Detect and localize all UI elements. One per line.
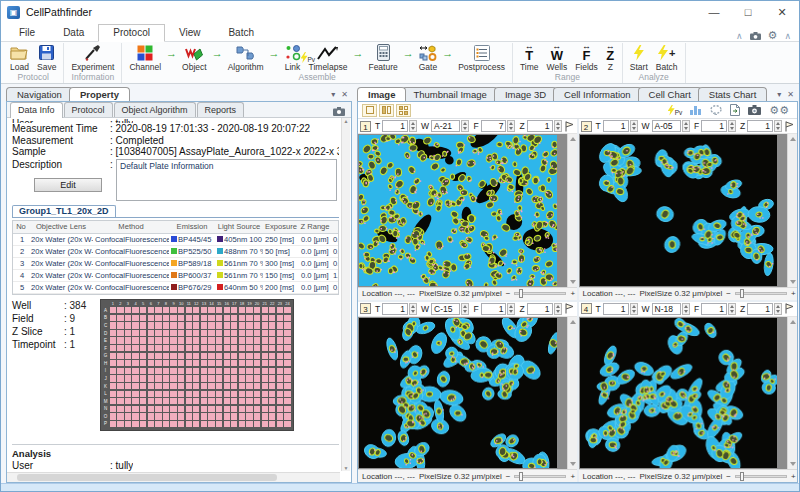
zoom-slider[interactable]	[514, 292, 566, 295]
well[interactable]	[246, 383, 252, 389]
well[interactable]	[155, 368, 161, 374]
well[interactable]	[155, 307, 161, 313]
well[interactable]	[201, 406, 207, 412]
zoom-in-button[interactable]: +	[570, 472, 575, 481]
well[interactable]	[201, 337, 207, 343]
tab-reports[interactable]: Reports	[197, 102, 245, 117]
well[interactable]	[262, 368, 268, 374]
well[interactable]	[284, 391, 290, 397]
column-header[interactable]: Method	[93, 222, 169, 231]
well[interactable]	[125, 413, 131, 419]
well[interactable]	[170, 406, 176, 412]
well[interactable]	[178, 330, 184, 336]
well[interactable]	[132, 368, 138, 374]
well[interactable]	[262, 307, 268, 313]
well[interactable]	[262, 353, 268, 359]
zoom-slider[interactable]	[735, 475, 787, 478]
image-viewport-4[interactable]	[579, 317, 798, 470]
well[interactable]	[155, 315, 161, 321]
well[interactable]	[155, 353, 161, 359]
well[interactable]	[132, 322, 138, 328]
image-vscrollbar[interactable]	[787, 317, 797, 470]
well[interactable]	[110, 360, 116, 366]
well[interactable]	[254, 398, 260, 404]
well[interactable]	[132, 421, 138, 427]
well[interactable]	[254, 360, 260, 366]
maximize-button[interactable]: □	[731, 2, 765, 22]
well[interactable]	[110, 375, 116, 381]
well[interactable]	[193, 322, 199, 328]
well[interactable]	[208, 330, 214, 336]
well[interactable]	[140, 406, 146, 412]
well[interactable]	[186, 413, 192, 419]
z-spinner[interactable]	[774, 303, 782, 315]
well[interactable]	[239, 360, 245, 366]
well[interactable]	[224, 406, 230, 412]
tab-cell-chart[interactable]: Cell Chart	[638, 87, 702, 101]
well[interactable]	[246, 413, 252, 419]
column-header[interactable]: Light Source	[215, 222, 263, 231]
well[interactable]	[110, 368, 116, 374]
well[interactable]	[284, 413, 290, 419]
well[interactable]	[148, 375, 154, 381]
well[interactable]	[125, 315, 131, 321]
well[interactable]	[178, 383, 184, 389]
well[interactable]	[201, 398, 207, 404]
well[interactable]	[117, 383, 123, 389]
well[interactable]	[178, 345, 184, 351]
well[interactable]	[201, 345, 207, 351]
channel-table-row[interactable]: 420x Water (20x W-Y1)ConfocalFluorescenc…	[13, 270, 338, 282]
well[interactable]	[148, 353, 154, 359]
well[interactable]	[269, 330, 275, 336]
well[interactable]	[125, 383, 131, 389]
range-z-button[interactable]: ↔ Z Z	[602, 43, 619, 72]
well[interactable]	[216, 315, 222, 321]
well[interactable]	[231, 307, 237, 313]
time-spinner[interactable]	[630, 303, 638, 315]
zoom-in-button[interactable]: +	[791, 472, 796, 481]
column-header[interactable]: Z S	[331, 222, 339, 231]
cell-image[interactable]	[580, 135, 778, 286]
lasso-icon[interactable]	[710, 105, 722, 116]
well[interactable]	[163, 337, 169, 343]
dock-close-icon[interactable]: ✕	[341, 90, 348, 99]
well[interactable]	[163, 353, 169, 359]
well[interactable]	[277, 315, 283, 321]
well[interactable]	[117, 330, 123, 336]
well[interactable]	[186, 330, 192, 336]
well[interactable]	[110, 413, 116, 419]
well[interactable]	[170, 368, 176, 374]
well[interactable]	[193, 360, 199, 366]
well[interactable]	[132, 413, 138, 419]
well[interactable]	[269, 375, 275, 381]
well[interactable]	[186, 421, 192, 427]
z-input[interactable]: 1	[747, 120, 773, 132]
z-input[interactable]: 1	[527, 120, 553, 132]
column-header[interactable]: Exposure	[263, 222, 299, 231]
well[interactable]	[163, 360, 169, 366]
time-spinner[interactable]	[630, 120, 638, 132]
cell-image[interactable]	[580, 318, 778, 469]
camera-icon[interactable]	[750, 32, 761, 40]
well[interactable]	[148, 345, 154, 351]
well[interactable]	[246, 398, 252, 404]
image-vscrollbar[interactable]	[787, 134, 797, 287]
well[interactable]	[239, 398, 245, 404]
well[interactable]	[155, 391, 161, 397]
well[interactable]	[269, 345, 275, 351]
well[interactable]	[231, 330, 237, 336]
well[interactable]	[140, 315, 146, 321]
menu-tab-protocol[interactable]: Protocol	[98, 24, 165, 42]
well[interactable]	[117, 337, 123, 343]
well[interactable]	[262, 413, 268, 419]
zoom-out-button[interactable]: −	[726, 289, 731, 298]
property-hscrollbar[interactable]	[7, 472, 340, 482]
well[interactable]	[132, 406, 138, 412]
field-spinner[interactable]	[507, 303, 515, 315]
well[interactable]	[254, 322, 260, 328]
well[interactable]	[254, 383, 260, 389]
well[interactable]	[140, 307, 146, 313]
well[interactable]	[246, 337, 252, 343]
well[interactable]	[277, 322, 283, 328]
well[interactable]	[231, 360, 237, 366]
